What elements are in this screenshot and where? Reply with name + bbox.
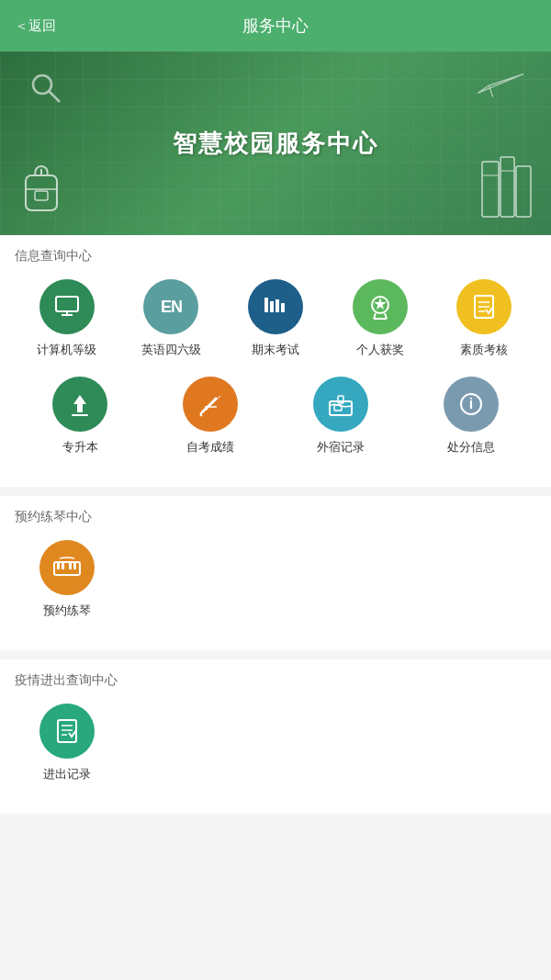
info-icon-grid: 计算机等级 EN 英语四六级 期末考试 xyxy=(15,279,536,474)
computer-label: 计算机等级 xyxy=(37,342,96,358)
checkin-label: 进出记录 xyxy=(43,766,91,783)
epidemic-section: 疫情进出查询中心 进出记录 xyxy=(0,659,551,814)
paper-plane-icon xyxy=(478,70,523,97)
award-label: 个人获奖 xyxy=(356,342,404,358)
svg-rect-9 xyxy=(500,157,514,217)
exam-label: 期末考试 xyxy=(252,342,299,358)
piano-icon-grid: 预约练琴 xyxy=(15,540,536,637)
svg-rect-16 xyxy=(264,298,268,312)
exam-icon xyxy=(248,279,303,334)
svg-line-30 xyxy=(202,398,217,412)
svg-rect-18 xyxy=(276,299,279,312)
svg-rect-6 xyxy=(35,191,48,200)
piano-label: 预约练琴 xyxy=(43,603,91,619)
svg-rect-29 xyxy=(72,414,88,416)
selfexam-label: 自考成绩 xyxy=(186,439,234,456)
svg-rect-45 xyxy=(58,720,76,742)
outstay-icon xyxy=(313,377,368,432)
list-item[interactable]: 预约练琴 xyxy=(15,540,119,619)
info-section-title: 信息查询中心 xyxy=(15,248,536,265)
svg-line-1 xyxy=(49,91,60,102)
back-button[interactable]: ＜返回 xyxy=(15,17,56,35)
list-item[interactable]: 进出记录 xyxy=(15,704,119,783)
discipline-icon: i xyxy=(444,377,499,432)
list-item[interactable]: 计算机等级 xyxy=(15,279,119,358)
epidemic-icon-grid: 进出记录 xyxy=(15,704,536,801)
svg-rect-10 xyxy=(516,166,531,217)
svg-rect-41 xyxy=(57,562,60,569)
list-item[interactable]: 外宿记录 xyxy=(276,377,406,456)
award-icon xyxy=(353,279,408,334)
computer-icon xyxy=(39,279,95,334)
list-item[interactable]: 个人获奖 xyxy=(328,279,433,358)
checkin-icon xyxy=(39,704,95,759)
list-item[interactable]: 专升本 xyxy=(15,377,145,456)
svg-marker-21 xyxy=(374,298,387,310)
svg-rect-19 xyxy=(281,303,285,312)
list-item[interactable]: 自考成绩 xyxy=(145,377,276,456)
upgrade-icon xyxy=(52,377,107,432)
epidemic-section-title: 疫情进出查询中心 xyxy=(15,672,536,689)
quality-label: 素质考核 xyxy=(460,342,508,358)
english-label: 英语四六级 xyxy=(141,342,201,358)
backpack-icon xyxy=(18,162,64,217)
svg-line-33 xyxy=(206,396,220,411)
svg-marker-2 xyxy=(478,74,523,94)
info-section: 信息查询中心 计算机等级 EN 英语四六级 xyxy=(0,235,551,487)
list-item[interactable]: 期末考试 xyxy=(223,279,328,358)
piano-section-title: 预约练琴中心 xyxy=(15,509,536,525)
selfexam-icon xyxy=(183,377,238,432)
quality-icon xyxy=(456,279,512,334)
svg-rect-43 xyxy=(69,562,72,569)
list-item[interactable]: 素质考核 xyxy=(432,279,536,358)
piano-icon xyxy=(39,540,95,595)
header: ＜返回 服务中心 xyxy=(0,0,551,51)
english-icon: EN xyxy=(143,279,198,334)
discipline-label: 处分信息 xyxy=(447,439,495,456)
page-title: 服务中心 xyxy=(242,15,309,37)
svg-line-32 xyxy=(200,414,202,416)
books-icon xyxy=(473,152,537,226)
svg-rect-17 xyxy=(270,301,274,312)
svg-rect-4 xyxy=(26,175,57,210)
piano-section: 预约练琴中心 预约练琴 xyxy=(0,496,551,650)
svg-rect-42 xyxy=(62,562,64,569)
svg-rect-44 xyxy=(73,562,76,569)
outstay-label: 外宿记录 xyxy=(317,439,365,456)
list-item[interactable]: i 处分信息 xyxy=(406,377,536,456)
svg-rect-8 xyxy=(482,162,499,217)
svg-text:i: i xyxy=(469,396,473,411)
svg-rect-13 xyxy=(56,297,78,311)
upgrade-label: 专升本 xyxy=(62,439,98,456)
banner-title: 智慧校园服务中心 xyxy=(173,128,378,160)
list-item[interactable]: EN 英语四六级 xyxy=(119,279,224,358)
magnifier-icon xyxy=(28,70,64,107)
banner: 智慧校园服务中心 xyxy=(0,51,551,235)
